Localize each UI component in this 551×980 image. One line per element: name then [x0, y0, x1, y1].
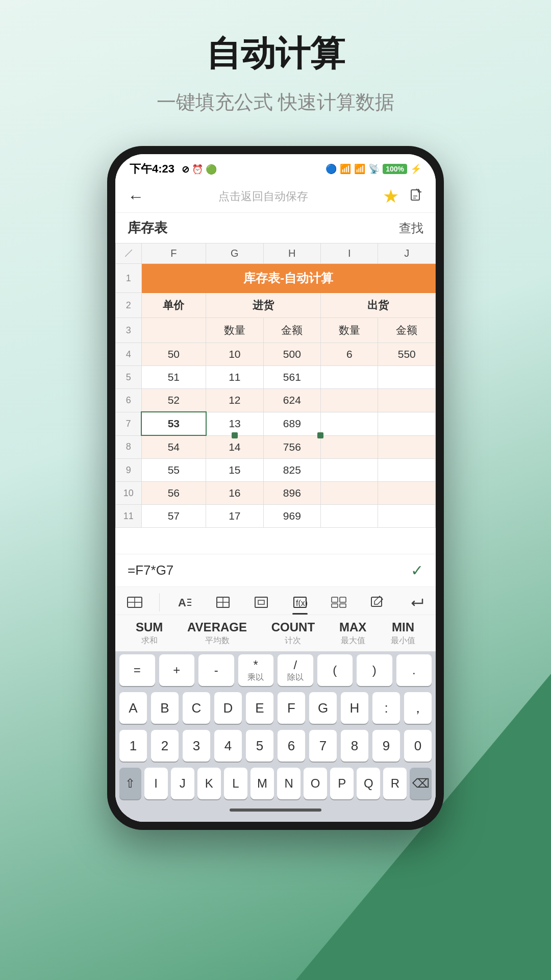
key-i[interactable]: I: [144, 768, 168, 799]
table-row: 2 单价 进货 出货: [116, 293, 436, 318]
toolbar-text-icon[interactable]: A: [170, 593, 198, 611]
nav-center-text: 点击返回自动保存: [218, 189, 308, 204]
key-r[interactable]: R: [383, 768, 407, 799]
key-k[interactable]: K: [197, 768, 221, 799]
key-n[interactable]: N: [277, 768, 300, 799]
key-f[interactable]: F: [278, 692, 305, 724]
key-8[interactable]: 8: [341, 730, 368, 762]
toolbar-table-icon[interactable]: [324, 593, 353, 611]
key-2[interactable]: 2: [151, 730, 179, 762]
sheet-name: 库存表: [128, 219, 167, 237]
key-c[interactable]: C: [183, 692, 210, 724]
key-backspace[interactable]: ⌫: [410, 768, 432, 799]
key-7[interactable]: 7: [309, 730, 337, 762]
cell-j3: 金额: [378, 318, 436, 343]
phone-screen: 下午4:23 ⊘ ⏰ 🟢 🔵 📶 📶 📡 100% ⚡ ← 点击返回自动保存 ★: [115, 154, 436, 822]
key-divide[interactable]: / 除以: [278, 654, 313, 686]
key-m[interactable]: M: [251, 768, 274, 799]
key-4[interactable]: 4: [214, 730, 242, 762]
key-d[interactable]: D: [214, 692, 242, 724]
key-b[interactable]: B: [151, 692, 179, 724]
key-p[interactable]: P: [330, 768, 354, 799]
key-g[interactable]: G: [309, 692, 337, 724]
key-e[interactable]: E: [246, 692, 273, 724]
symbol-key-row: = + - * 乘以 / 除以 ( ) .: [115, 651, 436, 689]
function-row: SUM 求和 AVERAGE 平均数 COUNT 计次 MAX 最大值 MIN …: [115, 615, 436, 651]
key-multiply[interactable]: * 乘以: [238, 654, 274, 686]
phone-frame: 下午4:23 ⊘ ⏰ 🟢 🔵 📶 📶 📡 100% ⚡ ← 点击返回自动保存 ★: [107, 146, 444, 830]
key-comma[interactable]: ，: [404, 692, 432, 724]
table-row: 8 54 14 756: [116, 435, 436, 459]
key-close-paren[interactable]: ): [357, 654, 392, 686]
selected-cell[interactable]: 53: [141, 412, 206, 435]
row-num-1: 1: [116, 264, 142, 293]
table-row: 5 51 11 561: [116, 366, 436, 389]
key-j[interactable]: J: [171, 768, 194, 799]
func-sum-button[interactable]: SUM 求和: [136, 620, 163, 646]
key-shift[interactable]: ⇧: [119, 768, 141, 799]
func-average-button[interactable]: AVERAGE 平均数: [187, 620, 247, 646]
star-icon[interactable]: ★: [383, 186, 399, 207]
cell-i2: 出货: [321, 293, 436, 318]
key-a[interactable]: A: [119, 692, 147, 724]
spreadsheet: F G H I J 1 库存表-自动计算: [115, 243, 436, 554]
formula-text[interactable]: =F7*G7: [128, 562, 173, 578]
key-6[interactable]: 6: [278, 730, 305, 762]
toolbar: A: [115, 586, 436, 615]
key-o[interactable]: O: [304, 768, 327, 799]
battery-icon: 100%: [383, 164, 407, 174]
col-f-header: F: [141, 243, 206, 264]
key-9[interactable]: 9: [372, 730, 400, 762]
svg-rect-18: [340, 604, 346, 607]
nav-bar: ← 点击返回自动保存 ★: [115, 181, 436, 213]
key-dot[interactable]: .: [396, 654, 432, 686]
toolbar-function-icon[interactable]: f(x): [286, 593, 314, 611]
svg-rect-15: [332, 597, 338, 602]
key-0[interactable]: 0: [404, 730, 432, 762]
title-cell: 库存表-自动计算: [141, 264, 435, 293]
export-icon[interactable]: [409, 188, 423, 206]
sheet-title-bar: 库存表 查找: [115, 213, 436, 243]
func-max-button[interactable]: MAX 最大值: [339, 620, 366, 646]
table-row: 10 56 16 896: [116, 482, 436, 505]
letter-row-2: ⇧ I J K L M N O P Q R ⌫: [115, 765, 436, 802]
status-bar: 下午4:23 ⊘ ⏰ 🟢 🔵 📶 📶 📡 100% ⚡: [115, 154, 436, 181]
svg-rect-16: [340, 597, 346, 602]
cell-i3: 数量: [321, 318, 378, 343]
func-min-button[interactable]: MIN 最小值: [391, 620, 415, 646]
column-header-row: F G H I J: [116, 243, 436, 264]
spreadsheet-container: F G H I J 1 库存表-自动计算: [115, 243, 436, 554]
key-minus[interactable]: -: [198, 654, 234, 686]
toolbar-cell-icon[interactable]: [247, 593, 276, 611]
find-button[interactable]: 查找: [399, 220, 423, 236]
toolbar-edit-icon[interactable]: [363, 593, 392, 611]
func-count-button[interactable]: COUNT 计次: [271, 620, 315, 646]
back-button[interactable]: ←: [128, 187, 144, 206]
toolbar-grid-icon[interactable]: [209, 593, 237, 611]
key-h[interactable]: H: [341, 692, 368, 724]
row-num-2: 2: [116, 293, 142, 318]
formula-confirm-button[interactable]: ✓: [411, 561, 423, 579]
home-indicator: [115, 802, 436, 822]
cell-g2: 进货: [206, 293, 321, 318]
key-plus[interactable]: +: [159, 654, 195, 686]
key-colon[interactable]: :: [372, 692, 400, 724]
svg-text:A: A: [178, 596, 186, 609]
key-1[interactable]: 1: [119, 730, 147, 762]
col-j-header: J: [378, 243, 436, 264]
key-equals[interactable]: =: [119, 654, 155, 686]
keyboard: = + - * 乘以 / 除以 ( ) . A B C D: [115, 651, 436, 822]
table-row: 3 数量 金额 数量 金额: [116, 318, 436, 343]
page-subtitle: 一键填充公式 快速计算数据: [157, 89, 395, 115]
key-5[interactable]: 5: [246, 730, 273, 762]
svg-rect-11: [255, 597, 267, 607]
cell-f2[interactable]: 单价: [141, 293, 206, 318]
key-3[interactable]: 3: [183, 730, 210, 762]
table-row: 9 55 15 825: [116, 459, 436, 482]
key-q[interactable]: Q: [357, 768, 380, 799]
key-l[interactable]: L: [224, 768, 247, 799]
toolbar-format-icon[interactable]: [120, 593, 149, 611]
key-open-paren[interactable]: (: [317, 654, 353, 686]
svg-rect-17: [332, 604, 338, 607]
toolbar-enter-icon[interactable]: [402, 593, 431, 611]
